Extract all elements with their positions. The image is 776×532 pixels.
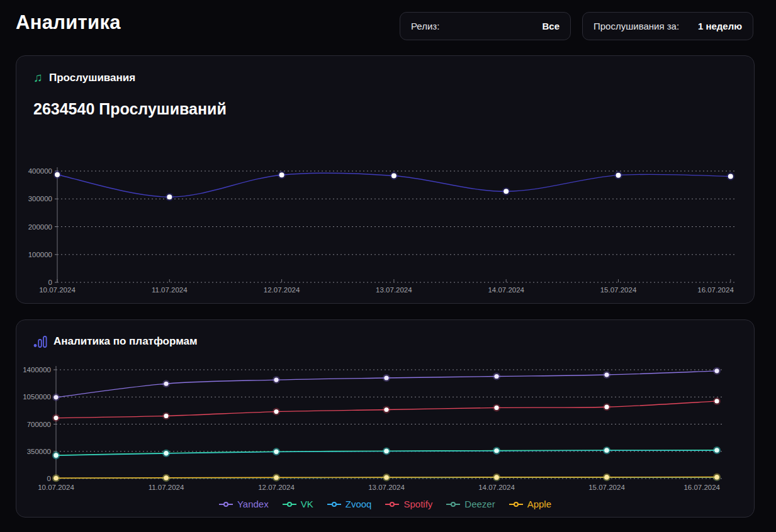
listens-line-chart: 010000020000030000040000010.07.202411.07… <box>16 157 755 301</box>
y-axis-label: 1400000 <box>23 366 51 374</box>
y-axis-label: 0 <box>48 279 52 286</box>
data-point-vk <box>53 453 58 457</box>
y-axis-label: 100000 <box>28 251 52 258</box>
x-axis-label: 16.07.2024 <box>683 484 720 491</box>
data-point-yandex <box>384 375 388 380</box>
data-point-spotify <box>494 406 498 410</box>
legend-item-spotify[interactable]: Spotify <box>385 499 432 509</box>
x-axis-label: 14.07.2024 <box>488 286 524 294</box>
data-point-spotify <box>53 416 58 420</box>
listens-card-title: Прослушивания <box>49 72 135 84</box>
x-axis-label: 11.07.2024 <box>152 286 188 294</box>
legend-label: Yandex <box>237 499 269 509</box>
legend-item-yandex[interactable]: Yandex <box>219 499 269 509</box>
data-point-apple <box>604 475 609 479</box>
x-axis-label: 12.07.2024 <box>264 286 300 294</box>
y-axis-label: 1050000 <box>23 393 51 401</box>
legend-marker-icon <box>385 501 399 507</box>
data-point-yandex <box>604 372 609 377</box>
release-filter-label: Релиз: <box>411 21 439 31</box>
period-filter[interactable]: Прослушивания за: 1 неделю <box>582 12 753 40</box>
data-point-прослушивания <box>728 174 733 179</box>
x-axis-label: 12.07.2024 <box>258 484 295 491</box>
data-point-yandex <box>53 395 58 399</box>
data-point-yandex <box>274 377 278 382</box>
listens-card-header: ♫ Прослушивания <box>33 72 135 84</box>
data-point-spotify <box>274 409 278 414</box>
legend-marker-icon <box>509 501 523 507</box>
y-axis-label: 0 <box>47 475 51 482</box>
platforms-card-header: Аналитика по платформам <box>33 335 198 348</box>
data-point-yandex <box>164 382 168 386</box>
data-point-vk <box>714 448 719 452</box>
period-filter-value: 1 неделю <box>698 21 742 31</box>
legend-marker-icon <box>283 501 296 507</box>
data-point-apple <box>164 475 168 480</box>
data-point-apple <box>714 475 719 479</box>
x-axis-label: 10.07.2024 <box>39 286 76 294</box>
x-axis-label: 15.07.2024 <box>588 484 625 491</box>
platforms-line-chart: 03500007000001050000140000010.07.202411.… <box>16 360 755 496</box>
data-point-vk <box>604 448 609 452</box>
y-axis-label: 200000 <box>28 223 52 231</box>
page-title: Аналитика <box>16 11 121 34</box>
data-point-spotify <box>604 405 609 409</box>
data-point-vk <box>164 451 168 455</box>
x-axis-label: 10.07.2024 <box>38 484 74 491</box>
chart-legend: YandexVKZvooqSpotifyDeezerApple <box>16 499 754 509</box>
x-axis-label: 13.07.2024 <box>368 484 405 491</box>
legend-label: Deezer <box>464 499 495 509</box>
data-point-vk <box>384 449 388 453</box>
y-axis-label: 350000 <box>27 448 51 455</box>
data-point-apple <box>494 475 498 479</box>
data-point-spotify <box>714 399 719 403</box>
legend-label: VK <box>301 499 313 509</box>
data-point-прослушивания <box>279 172 284 177</box>
x-axis-label: 15.07.2024 <box>600 286 637 294</box>
data-point-прослушивания <box>55 172 60 177</box>
music-note-icon: ♫ <box>33 71 43 84</box>
listens-card: ♫ Прослушивания 2634540 Прослушиваний 01… <box>16 55 755 304</box>
legend-label: Apple <box>527 499 551 509</box>
data-point-vk <box>494 448 498 453</box>
x-axis-label: 11.07.2024 <box>149 484 184 491</box>
listens-total: 2634540 Прослушиваний <box>33 100 227 118</box>
data-point-yandex <box>714 369 719 373</box>
legend-marker-icon <box>446 501 460 507</box>
legend-marker-icon <box>219 501 233 507</box>
data-point-spotify <box>164 414 168 418</box>
data-point-apple <box>53 476 58 480</box>
period-filter-label: Прослушивания за: <box>593 21 679 31</box>
y-axis-label: 700000 <box>27 421 51 428</box>
legend-item-apple[interactable]: Apple <box>509 499 551 509</box>
release-filter[interactable]: Релиз: Все <box>400 12 571 40</box>
data-point-прослушивания <box>391 174 396 179</box>
y-axis-label: 400000 <box>28 167 52 175</box>
x-axis-label: 16.07.2024 <box>697 286 734 294</box>
platforms-card-title: Аналитика по платформам <box>53 335 198 348</box>
data-point-apple <box>274 475 278 480</box>
legend-item-zvooq[interactable]: Zvooq <box>327 499 372 509</box>
platforms-card: Аналитика по платформам 0350000700000105… <box>16 319 755 518</box>
data-point-yandex <box>494 374 498 379</box>
bar-chart-icon <box>33 336 47 348</box>
legend-label: Spotify <box>403 499 432 509</box>
data-point-apple <box>384 475 388 479</box>
legend-marker-icon <box>327 501 341 507</box>
release-filter-value: Все <box>542 21 560 31</box>
data-point-прослушивания <box>503 189 509 194</box>
data-point-vk <box>274 450 278 454</box>
x-axis-label: 13.07.2024 <box>376 286 412 294</box>
data-point-spotify <box>384 407 388 412</box>
data-point-прослушивания <box>167 194 172 199</box>
legend-item-vk[interactable]: VK <box>283 499 313 509</box>
legend-item-deezer[interactable]: Deezer <box>446 499 495 509</box>
data-point-прослушивания <box>616 173 621 178</box>
legend-label: Zvooq <box>346 499 372 509</box>
y-axis-label: 300000 <box>28 195 52 202</box>
x-axis-label: 14.07.2024 <box>478 484 515 491</box>
